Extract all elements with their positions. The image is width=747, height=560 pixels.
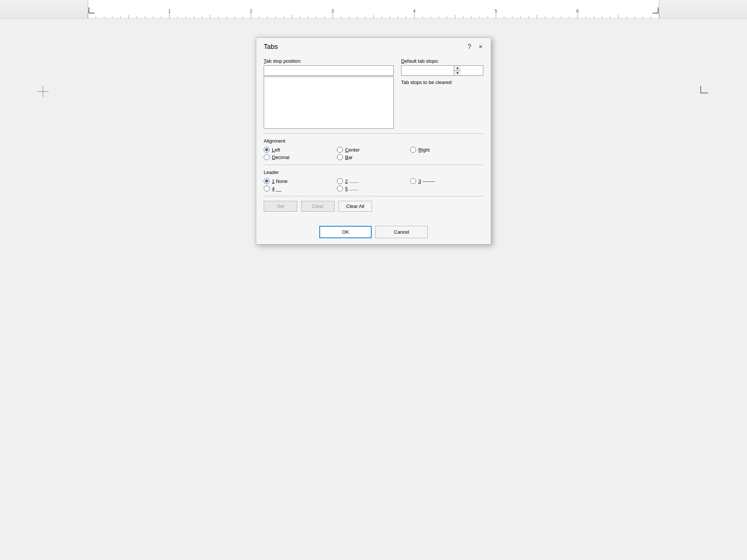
- divider-1: [264, 133, 483, 134]
- default-tab-stops-label: Default tab stops:: [401, 58, 483, 64]
- leader-radio-group: 1 None 2 ....... 3 -------- 4 __: [264, 178, 483, 192]
- radio-leader-3-indicator: [410, 178, 416, 184]
- leader-2[interactable]: 2 .......: [337, 178, 410, 184]
- alignment-section-label: Alignment: [264, 138, 483, 144]
- set-button[interactable]: Set: [264, 201, 297, 212]
- clear-all-button[interactable]: Clear All: [338, 201, 372, 212]
- tab-stop-position-label: Tab stop position:: [264, 58, 394, 64]
- alignment-row-2: Decimal Bar: [264, 154, 483, 160]
- dialog-controls: ? ×: [465, 42, 485, 52]
- tab-stop-position-underline-t: T: [264, 58, 266, 64]
- alignment-decimal-label: Decimal: [272, 155, 289, 160]
- radio-bar-indicator: [337, 154, 343, 160]
- leader-row-1: 1 None 2 ....... 3 --------: [264, 178, 483, 184]
- dialog-footer: OK Cancel: [256, 223, 491, 244]
- alignment-decimal[interactable]: Decimal: [264, 154, 337, 160]
- alignment-row-1: Left Center Right: [264, 147, 483, 153]
- alignment-center-underline: C: [345, 147, 348, 153]
- leader-4-underline: 4: [272, 186, 275, 192]
- leader-5-underline: 5: [345, 186, 348, 192]
- radio-decimal-indicator: [264, 154, 270, 160]
- alignment-bar[interactable]: Bar: [337, 154, 410, 160]
- alignment-center[interactable]: Center: [337, 147, 410, 153]
- leader-2-underline: 2: [345, 178, 348, 184]
- radio-leader-2-indicator: [337, 178, 343, 184]
- tab-marker-left: [89, 7, 94, 13]
- dialog-body: Tab stop position: Default tab stops: 0.…: [256, 55, 491, 223]
- alignment-bar-label: Bar: [345, 155, 353, 160]
- ruler-white-area: [88, 0, 659, 18]
- leader-4-label: 4 __: [272, 186, 281, 192]
- divider-2: [264, 165, 483, 165]
- spinner-buttons: ▲ ▼: [454, 66, 461, 75]
- default-tab-stops-input[interactable]: 0.5": [402, 66, 454, 75]
- alignment-left-underline: L: [272, 147, 275, 153]
- alignment-left[interactable]: Left: [264, 147, 337, 153]
- dialog-titlebar: Tabs ? ×: [256, 38, 491, 55]
- radio-center-indicator: [337, 147, 343, 153]
- close-button[interactable]: ×: [476, 42, 485, 52]
- alignment-right-label: Right: [418, 147, 430, 153]
- tabs-dialog: Tabs ? × Tab stop position: Defau: [256, 37, 491, 245]
- leader-3[interactable]: 3 --------: [410, 178, 483, 184]
- radio-leader-4-indicator: [264, 186, 270, 192]
- tab-stops-cleared-label: Tab stops to be cleared:: [401, 80, 483, 85]
- alignment-left-label: Left: [272, 147, 280, 153]
- leader-row-2: 4 __ 5 .......: [264, 186, 483, 192]
- right-column: Default tab stops: 0.5" ▲ ▼ Tab stops to…: [401, 58, 483, 129]
- alignment-spacer: [410, 154, 483, 160]
- tab-stop-position-input[interactable]: [264, 65, 394, 76]
- alignment-right[interactable]: Right: [410, 147, 483, 153]
- alignment-right-underline: R: [418, 147, 422, 153]
- leader-2-label: 2 .......: [345, 178, 359, 184]
- radio-right-indicator: [410, 147, 416, 153]
- tab-stop-list[interactable]: [264, 77, 394, 129]
- ok-button[interactable]: OK: [319, 226, 372, 238]
- tab-marker-right: [653, 7, 658, 13]
- dialog-overlay: Tabs ? × Tab stop position: Defau: [0, 19, 747, 560]
- alignment-center-label: Center: [345, 147, 360, 153]
- left-column: Tab stop position:: [264, 58, 394, 129]
- leader-5[interactable]: 5 .......: [337, 186, 410, 192]
- leader-section-label: Leader: [264, 169, 483, 175]
- ruler: 123456: [0, 0, 747, 19]
- clear-button[interactable]: Clear: [301, 201, 335, 212]
- leader-3-label: 3 --------: [418, 178, 435, 184]
- dialog-title: Tabs: [264, 43, 278, 51]
- radio-left-indicator: [264, 147, 270, 153]
- cancel-button[interactable]: Cancel: [375, 226, 428, 238]
- leader-5-label: 5 .......: [345, 186, 359, 192]
- leader-1-underline: 1: [272, 178, 275, 184]
- alignment-decimal-underline: D: [272, 155, 275, 160]
- divider-3: [264, 196, 483, 196]
- spinner-down-button[interactable]: ▼: [454, 71, 461, 76]
- radio-leader-1-indicator: [264, 178, 270, 184]
- alignment-radio-group: Left Center Right Decimal: [264, 147, 483, 160]
- leader-1-label: 1 None: [272, 178, 288, 184]
- default-tab-input-wrapper: 0.5" ▲ ▼: [401, 65, 483, 76]
- leader-1[interactable]: 1 None: [264, 178, 337, 184]
- leader-4[interactable]: 4 __: [264, 186, 337, 192]
- tab-stop-list-inner: [264, 77, 393, 128]
- alignment-bar-underline: B: [345, 155, 348, 160]
- radio-leader-5-indicator: [337, 186, 343, 192]
- leader-3-underline: 3: [418, 178, 421, 184]
- action-buttons-row: Set Clear Clear All: [264, 201, 483, 212]
- leader-spacer: [410, 186, 483, 192]
- spinner-up-button[interactable]: ▲: [454, 66, 461, 71]
- top-row: Tab stop position: Default tab stops: 0.…: [264, 58, 483, 129]
- help-button[interactable]: ?: [465, 42, 473, 52]
